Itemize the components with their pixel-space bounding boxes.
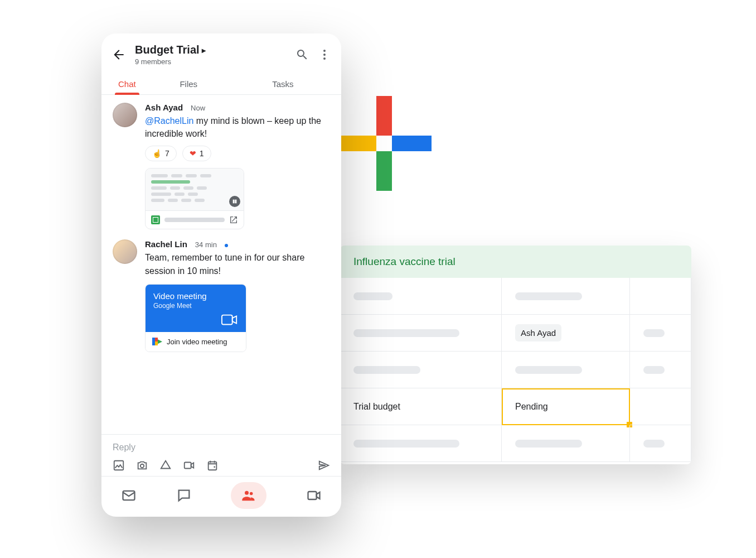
sheet-attachment[interactable] xyxy=(145,168,244,229)
message-text: Team, remember to tune in for our share … xyxy=(145,251,330,277)
nav-meet-icon[interactable] xyxy=(306,488,322,503)
video-camera-icon xyxy=(153,313,238,326)
open-external-icon[interactable] xyxy=(229,215,238,224)
message-author: Ash Ayad xyxy=(145,103,183,112)
meet-card[interactable]: Video meeting Google Meet Join video mee… xyxy=(145,284,246,352)
svg-point-0 xyxy=(323,50,326,52)
nav-chat-icon[interactable] xyxy=(176,488,192,503)
tab-tasks[interactable]: Tasks xyxy=(236,74,330,94)
reaction-count: 1 xyxy=(200,149,204,158)
svg-point-12 xyxy=(245,491,249,495)
svg-point-10 xyxy=(214,466,215,468)
more-vert-icon[interactable] xyxy=(318,48,331,61)
chat-phone-mockup: Budget Trial ▸ 9 members Chat Files Task… xyxy=(101,33,341,517)
point-up-icon: ☝️ xyxy=(152,149,162,158)
google-plus-decoration xyxy=(337,96,432,191)
message-text: @RachelLin my mind is blown – keep up th… xyxy=(145,114,330,140)
attachment-preview xyxy=(146,169,244,210)
cell-text: Pending xyxy=(515,402,548,412)
reply-bar: Reply xyxy=(101,434,341,476)
sheet-cell[interactable] xyxy=(630,315,691,352)
tab-chat[interactable]: Chat xyxy=(113,74,142,94)
svg-rect-8 xyxy=(185,463,191,469)
bottom-nav xyxy=(101,476,341,517)
svg-rect-4 xyxy=(235,200,236,204)
google-meet-icon xyxy=(152,338,162,345)
sheet-cell[interactable]: Trial budget xyxy=(340,388,502,425)
svg-rect-3 xyxy=(233,200,235,204)
sheet-grid: Ash Ayad Trial budget Pending xyxy=(340,278,691,462)
room-title-text: Budget Trial xyxy=(135,44,200,56)
search-icon[interactable] xyxy=(295,48,309,61)
tab-files[interactable]: Files xyxy=(142,74,236,94)
svg-point-7 xyxy=(140,464,144,468)
room-title[interactable]: Budget Trial ▸ xyxy=(135,44,287,56)
meet-card-title: Video meeting xyxy=(153,291,238,301)
heart-icon: ❤ xyxy=(190,149,196,158)
camera-icon[interactable] xyxy=(136,459,148,472)
image-icon[interactable] xyxy=(113,459,125,472)
sheet-cell[interactable] xyxy=(340,278,502,315)
reaction-count: 7 xyxy=(165,149,169,158)
sheet-cell[interactable] xyxy=(630,278,691,315)
join-meeting-button[interactable]: Join video meeting xyxy=(146,332,246,352)
svg-point-13 xyxy=(250,492,253,496)
message: Rachel Lin 34 min Team, remember to tune… xyxy=(113,239,330,352)
room-subtitle: 9 members xyxy=(135,57,287,66)
sheet-cell[interactable] xyxy=(630,388,691,425)
sheet-cell[interactable] xyxy=(502,352,630,388)
sheets-icon xyxy=(151,215,160,224)
sheet-cell[interactable]: Ash Ayad xyxy=(502,315,630,352)
svg-rect-6 xyxy=(114,461,124,470)
unread-dot-icon xyxy=(225,244,228,247)
sheet-cell[interactable] xyxy=(502,278,630,315)
drive-icon[interactable] xyxy=(159,459,172,472)
attachment-badge-icon xyxy=(229,196,240,207)
calendar-icon[interactable] xyxy=(206,459,219,472)
svg-point-2 xyxy=(323,57,326,60)
chat-tabs: Chat Files Tasks xyxy=(101,69,341,95)
nav-mail-icon[interactable] xyxy=(121,488,137,503)
nav-spaces-active[interactable] xyxy=(231,482,266,509)
sheet-cell[interactable] xyxy=(340,315,502,352)
sheet-cell[interactable] xyxy=(340,425,502,462)
cell-text: Trial budget xyxy=(353,402,400,412)
svg-point-1 xyxy=(323,54,326,56)
sheet-selected-cell[interactable]: Pending xyxy=(502,388,630,425)
svg-rect-5 xyxy=(222,315,232,324)
sheet-cell[interactable] xyxy=(502,425,630,462)
reaction-point[interactable]: ☝️ 7 xyxy=(145,146,177,161)
chat-header: Budget Trial ▸ 9 members xyxy=(101,33,341,69)
send-icon[interactable] xyxy=(318,459,330,472)
attachment-name-placeholder xyxy=(164,218,225,222)
spreadsheet-panel: Influenza vaccine trial Ash Ayad Trial b… xyxy=(340,246,691,464)
avatar[interactable] xyxy=(113,103,137,127)
message: Ash Ayad Now @RachelLin my mind is blown… xyxy=(113,103,330,229)
reaction-heart[interactable]: ❤ 1 xyxy=(182,146,211,161)
assignee-chip[interactable]: Ash Ayad xyxy=(515,324,561,341)
sheet-cell[interactable] xyxy=(630,352,691,388)
message-author: Rachel Lin xyxy=(145,239,187,249)
join-meeting-label: Join video meeting xyxy=(167,338,227,346)
message-time: Now xyxy=(191,104,205,112)
sheet-title: Influenza vaccine trial xyxy=(340,246,691,278)
meet-card-subtitle: Google Meet xyxy=(153,302,238,310)
sheet-cell[interactable] xyxy=(630,425,691,462)
sheet-cell[interactable] xyxy=(340,352,502,388)
svg-rect-9 xyxy=(209,462,217,470)
chevron-right-icon: ▸ xyxy=(202,46,206,55)
people-icon xyxy=(241,488,256,503)
svg-rect-14 xyxy=(308,492,316,499)
message-list[interactable]: Ash Ayad Now @RachelLin my mind is blown… xyxy=(101,95,341,434)
mention[interactable]: @RachelLin xyxy=(145,116,193,126)
video-icon[interactable] xyxy=(183,459,195,472)
avatar[interactable] xyxy=(113,239,137,264)
back-arrow-icon[interactable] xyxy=(112,47,126,62)
reply-input[interactable]: Reply xyxy=(113,442,330,453)
message-time: 34 min xyxy=(195,240,217,249)
